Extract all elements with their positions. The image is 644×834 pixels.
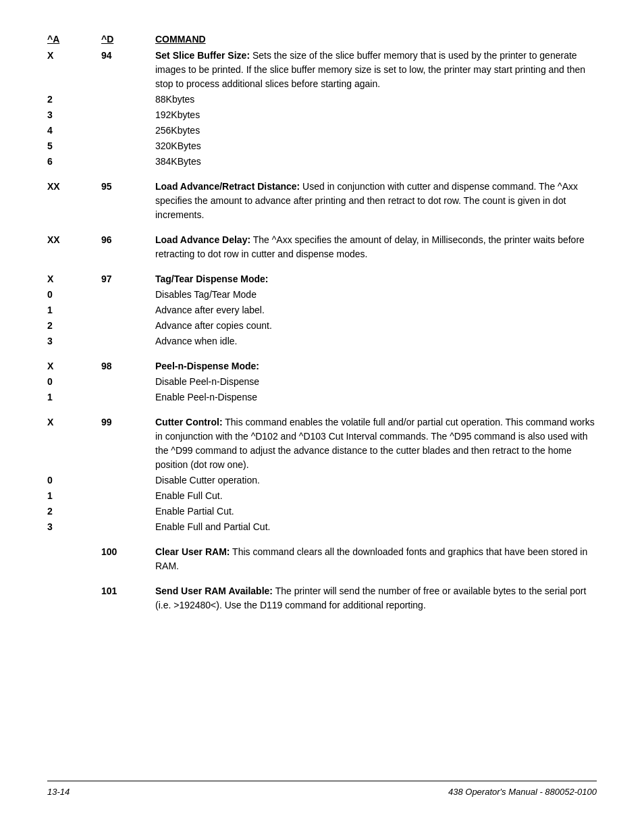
entry-sub-row: 1Enable Full Cut. <box>47 489 597 503</box>
entry-entry-100: 100Clear User RAM: This command clears a… <box>47 545 597 573</box>
sub-col-left: 4 <box>47 124 101 138</box>
footer-left: 13-14 <box>47 787 70 797</box>
entry-title: Cutter Control: <box>155 417 223 427</box>
sub-col-right: Advance after every label. <box>155 303 597 317</box>
header-col-d: ^D <box>101 34 155 45</box>
entry-entry-98: X98Peel-n-Dispense Mode:0Disable Peel-n-… <box>47 359 597 405</box>
entry-sub-row: 1Advance after every label. <box>47 303 597 317</box>
sub-col-mid <box>101 288 155 302</box>
entry-main-row-entry-98: X98Peel-n-Dispense Mode: <box>47 359 597 373</box>
entry-col-a: X <box>47 49 101 91</box>
entry-sub-row: 5320KBytes <box>47 139 597 153</box>
entry-body: Send User RAM Available: The printer wil… <box>155 584 597 613</box>
entry-col-a <box>47 584 101 613</box>
sub-col-mid <box>101 124 155 138</box>
entry-col-a: XX <box>47 180 101 222</box>
entry-title: Load Advance Delay: <box>155 234 250 245</box>
entry-main-row-entry-99: X99Cutter Control: This command enables … <box>47 415 597 472</box>
entry-col-d: 101 <box>101 584 155 613</box>
entry-main-row-entry-95: XX95Load Advance/Retract Distance: Used … <box>47 180 597 222</box>
sub-col-mid <box>101 155 155 169</box>
sub-col-left: 3 <box>47 108 101 122</box>
entry-col-a <box>47 545 101 573</box>
entry-body: Peel-n-Dispense Mode: <box>155 359 597 373</box>
entry-body: Load Advance Delay: The ^Axx specifies t… <box>155 233 597 261</box>
entry-entry-99: X99Cutter Control: This command enables … <box>47 415 597 534</box>
sub-col-right: Disable Cutter operation. <box>155 473 597 488</box>
entry-main-row-entry-96: XX96Load Advance Delay: The ^Axx specifi… <box>47 233 597 261</box>
entry-col-d: 100 <box>101 545 155 573</box>
sub-col-mid <box>101 334 155 348</box>
sub-col-right: Enable Full and Partial Cut. <box>155 520 597 534</box>
sub-col-mid <box>101 520 155 534</box>
entry-col-a: X <box>47 272 101 286</box>
sub-col-mid <box>101 108 155 122</box>
sub-col-left: 2 <box>47 504 101 519</box>
entry-sub-row: 0Disable Peel-n-Dispense <box>47 375 597 389</box>
entry-sub-row: 0Disables Tag/Tear Mode <box>47 288 597 302</box>
sub-col-mid <box>101 319 155 333</box>
entry-title: Send User RAM Available: <box>155 585 273 596</box>
entry-title: Clear User RAM: <box>155 546 230 557</box>
sub-col-right: 320KBytes <box>155 139 597 153</box>
entry-body: Cutter Control: This command enables the… <box>155 415 597 472</box>
entry-entry-95: XX95Load Advance/Retract Distance: Used … <box>47 180 597 222</box>
sub-col-right: 192Kbytes <box>155 108 597 122</box>
footer-right: 438 Operator's Manual - 880052-0100 <box>448 787 597 797</box>
entry-sub-row: 3192Kbytes <box>47 108 597 122</box>
sub-col-right: Advance when idle. <box>155 334 597 348</box>
header-col-a: ^A <box>47 34 101 45</box>
entry-entry-96: XX96Load Advance Delay: The ^Axx specifi… <box>47 233 597 261</box>
entry-col-a: XX <box>47 233 101 261</box>
sub-col-left: 5 <box>47 139 101 153</box>
sub-col-right: Disable Peel-n-Dispense <box>155 375 597 389</box>
entry-sub-row: 2Enable Partial Cut. <box>47 504 597 519</box>
entry-body: Load Advance/Retract Distance: Used in c… <box>155 180 597 222</box>
entry-sub-row: 4256Kbytes <box>47 124 597 138</box>
entry-main-row-entry-94: X94Set Slice Buffer Size: Sets the size … <box>47 49 597 91</box>
sub-col-right: 384KBytes <box>155 155 597 169</box>
entry-col-d: 96 <box>101 233 155 261</box>
entry-sub-row: 3Advance when idle. <box>47 334 597 348</box>
footer: 13-14 438 Operator's Manual - 880052-010… <box>47 781 597 797</box>
entry-title: Load Advance/Retract Distance: <box>155 181 300 192</box>
sub-col-right: Enable Peel-n-Dispense <box>155 390 597 405</box>
sub-col-left: 0 <box>47 473 101 488</box>
sub-col-left: 0 <box>47 375 101 389</box>
sub-col-left: 3 <box>47 520 101 534</box>
sub-col-mid <box>101 489 155 503</box>
entry-sub-row: 2 88Kbytes <box>47 93 597 107</box>
sub-col-right: 88Kbytes <box>155 93 597 107</box>
entry-col-d: 95 <box>101 180 155 222</box>
sub-col-left: 3 <box>47 334 101 348</box>
entry-main-row-entry-100: 100Clear User RAM: This command clears a… <box>47 545 597 573</box>
entry-title: Set Slice Buffer Size: <box>155 50 250 61</box>
entry-title: Peel-n-Dispense Mode: <box>155 361 259 371</box>
sub-col-left: 1 <box>47 390 101 405</box>
header-col-cmd: COMMAND <box>155 34 597 45</box>
entry-col-a: X <box>47 359 101 373</box>
entry-main-row-entry-97: X97Tag/Tear Dispense Mode: <box>47 272 597 286</box>
entry-sub-row: 6384KBytes <box>47 155 597 169</box>
entry-title: Tag/Tear Dispense Mode: <box>155 273 269 284</box>
sub-col-left: 1 <box>47 303 101 317</box>
sub-col-right: Enable Full Cut. <box>155 489 597 503</box>
page: ^A ^D COMMAND X94Set Slice Buffer Size: … <box>0 0 644 834</box>
sub-col-mid <box>101 303 155 317</box>
entry-entry-101: 101Send User RAM Available: The printer … <box>47 584 597 613</box>
entry-sub-row: 2Advance after copies count. <box>47 319 597 333</box>
entry-sub-row: 0Disable Cutter operation. <box>47 473 597 488</box>
entry-sub-row: 1Enable Peel-n-Dispense <box>47 390 597 405</box>
sub-col-right: Disables Tag/Tear Mode <box>155 288 597 302</box>
sub-col-left: 2 <box>47 93 101 107</box>
entry-col-d: 99 <box>101 415 155 472</box>
entry-entry-94: X94Set Slice Buffer Size: Sets the size … <box>47 49 597 169</box>
entry-col-a: X <box>47 415 101 472</box>
sub-col-right: Enable Partial Cut. <box>155 504 597 519</box>
entries-container: X94Set Slice Buffer Size: Sets the size … <box>47 49 597 613</box>
sub-col-right: 256Kbytes <box>155 124 597 138</box>
sub-col-mid <box>101 139 155 153</box>
entry-col-d: 98 <box>101 359 155 373</box>
column-headers: ^A ^D COMMAND <box>47 34 597 45</box>
entry-col-d: 97 <box>101 272 155 286</box>
